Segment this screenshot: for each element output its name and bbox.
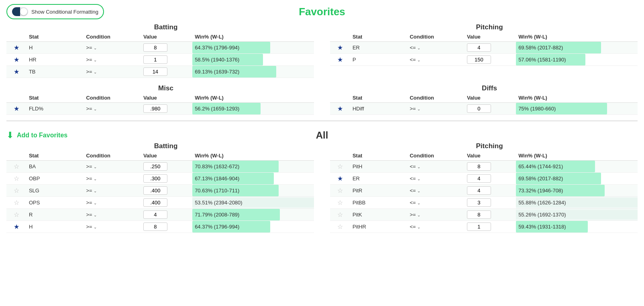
value-input[interactable] bbox=[467, 43, 491, 52]
win-pct-text: 70.83% (1632-672) bbox=[192, 162, 314, 171]
value-input[interactable] bbox=[467, 162, 491, 171]
chevron-down-icon[interactable]: ⌄ bbox=[94, 107, 97, 111]
value-cell bbox=[465, 161, 516, 173]
add-to-favorites-label: Add to Favorites bbox=[17, 132, 67, 139]
star-filled-icon[interactable]: ★ bbox=[14, 223, 19, 230]
star-cell: ★ bbox=[6, 66, 26, 78]
star-empty-icon[interactable]: ☆ bbox=[337, 199, 343, 206]
table-row: ★ TB >= ⌄ 69.13% (1639-732) bbox=[6, 66, 314, 78]
value-input[interactable] bbox=[143, 43, 167, 52]
win-pct-cell: 75% (1980-660) bbox=[516, 103, 638, 115]
table-row: ★ H >= ⌄ 64.37% (1796-994) bbox=[6, 221, 314, 233]
win-pct-cell: 53.51% (2394-2080) bbox=[192, 197, 314, 209]
chevron-down-icon[interactable]: ⌄ bbox=[94, 225, 97, 229]
chevron-down-icon[interactable]: ⌄ bbox=[94, 70, 97, 74]
condition-cell: >= ⌄ bbox=[84, 173, 141, 185]
star-filled-icon[interactable]: ★ bbox=[14, 68, 19, 75]
condition-text: >= bbox=[86, 224, 92, 230]
win-pct-cell: 57.06% (1581-1190) bbox=[516, 54, 638, 66]
favorites-pitching: Pitching Stat Condition Value Win% (W-L)… bbox=[330, 23, 638, 78]
value-input[interactable] bbox=[467, 174, 491, 183]
chevron-down-icon[interactable]: ⌄ bbox=[417, 189, 420, 193]
star-empty-icon[interactable]: ☆ bbox=[337, 223, 343, 230]
fav-misc-val-header: Value bbox=[141, 93, 192, 103]
chevron-down-icon[interactable]: ⌄ bbox=[417, 46, 420, 50]
all-batting: Batting Stat Condition Value Win% (W-L) … bbox=[6, 142, 314, 233]
star-filled-icon[interactable]: ★ bbox=[337, 56, 343, 63]
chevron-down-icon[interactable]: ⌄ bbox=[94, 177, 97, 181]
condition-cell: >= ⌄ bbox=[407, 209, 465, 221]
favorites-misc-table: Stat Condition Value Win% (W-L) ★ FLD% >… bbox=[6, 93, 314, 115]
win-pct-text: 71.79% (2008-789) bbox=[192, 210, 314, 219]
value-input[interactable] bbox=[467, 210, 491, 219]
chevron-down-icon[interactable]: ⌄ bbox=[417, 107, 420, 111]
chevron-down-icon[interactable]: ⌄ bbox=[94, 213, 97, 217]
chevron-down-icon[interactable]: ⌄ bbox=[417, 213, 420, 217]
fav-pit-star-header bbox=[330, 32, 350, 42]
value-input[interactable] bbox=[143, 162, 167, 171]
value-input[interactable] bbox=[143, 67, 167, 76]
chevron-down-icon[interactable]: ⌄ bbox=[94, 189, 97, 193]
star-cell: ☆ bbox=[330, 185, 350, 197]
all-section-gap bbox=[314, 142, 330, 233]
star-empty-icon[interactable]: ☆ bbox=[337, 211, 343, 218]
value-input[interactable] bbox=[467, 198, 491, 207]
table-row: ☆ R >= ⌄ 71.79% (2008-789) bbox=[6, 209, 314, 221]
chevron-down-icon[interactable]: ⌄ bbox=[417, 177, 420, 181]
value-input[interactable] bbox=[143, 55, 167, 64]
value-input[interactable] bbox=[467, 104, 491, 113]
stat-cell: TB bbox=[26, 66, 84, 78]
star-empty-icon[interactable]: ☆ bbox=[14, 163, 19, 170]
star-filled-icon[interactable]: ★ bbox=[337, 105, 343, 112]
value-input[interactable] bbox=[467, 186, 491, 195]
condition-cell: <= ⌄ bbox=[407, 54, 465, 66]
condition-cell: >= ⌄ bbox=[84, 221, 141, 233]
condition-text: >= bbox=[410, 106, 416, 112]
star-filled-icon[interactable]: ★ bbox=[337, 44, 343, 51]
star-filled-icon[interactable]: ★ bbox=[14, 56, 19, 63]
star-empty-icon[interactable]: ☆ bbox=[14, 211, 19, 218]
star-filled-icon[interactable]: ★ bbox=[14, 44, 19, 51]
fav-diff-val-header: Value bbox=[465, 93, 516, 103]
star-cell: ☆ bbox=[330, 197, 350, 209]
star-cell: ★ bbox=[330, 103, 350, 115]
condition-cell: <= ⌄ bbox=[407, 161, 465, 173]
fav-diff-cond-header: Condition bbox=[407, 93, 465, 103]
all-pitching-title: Pitching bbox=[330, 142, 638, 150]
batting-title: Batting bbox=[6, 23, 314, 31]
conditional-formatting-toggle-area: Show Conditional Formatting bbox=[6, 4, 104, 19]
all-batting-title: Batting bbox=[6, 142, 314, 150]
win-pct-text: 64.37% (1796-994) bbox=[192, 43, 314, 52]
value-input[interactable] bbox=[467, 55, 491, 64]
all-batting-table: Stat Condition Value Win% (W-L) ☆ BA >= … bbox=[6, 151, 314, 233]
table-row: ☆ PitBB <= ⌄ 55.88% (1626-1284) bbox=[330, 197, 638, 209]
add-to-favorites-arrow: ⬇ bbox=[6, 130, 14, 141]
conditional-formatting-toggle[interactable] bbox=[12, 7, 28, 16]
star-empty-icon[interactable]: ☆ bbox=[14, 199, 19, 206]
value-input[interactable] bbox=[467, 222, 491, 231]
win-pct-cell: 69.58% (2017-882) bbox=[516, 42, 638, 54]
star-empty-icon[interactable]: ☆ bbox=[337, 187, 343, 194]
star-empty-icon[interactable]: ☆ bbox=[337, 163, 343, 170]
chevron-down-icon[interactable]: ⌄ bbox=[94, 201, 97, 205]
value-input[interactable] bbox=[143, 198, 167, 207]
value-input[interactable] bbox=[143, 222, 167, 231]
value-input[interactable] bbox=[143, 104, 167, 113]
star-empty-icon[interactable]: ☆ bbox=[14, 175, 19, 182]
chevron-down-icon[interactable]: ⌄ bbox=[417, 225, 420, 229]
chevron-down-icon[interactable]: ⌄ bbox=[417, 165, 420, 169]
star-filled-icon[interactable]: ★ bbox=[337, 175, 343, 182]
chevron-down-icon[interactable]: ⌄ bbox=[417, 58, 420, 62]
value-input[interactable] bbox=[143, 186, 167, 195]
condition-text: >= bbox=[86, 212, 92, 218]
star-filled-icon[interactable]: ★ bbox=[14, 105, 19, 112]
chevron-down-icon[interactable]: ⌄ bbox=[417, 201, 420, 205]
chevron-down-icon[interactable]: ⌄ bbox=[94, 58, 97, 62]
win-pct-cell: 71.79% (2008-789) bbox=[192, 209, 314, 221]
chevron-down-icon[interactable]: ⌄ bbox=[94, 165, 97, 169]
condition-text: >= bbox=[86, 69, 92, 75]
star-empty-icon[interactable]: ☆ bbox=[14, 187, 19, 194]
value-input[interactable] bbox=[143, 210, 167, 219]
value-input[interactable] bbox=[143, 174, 167, 183]
chevron-down-icon[interactable]: ⌄ bbox=[94, 46, 97, 50]
